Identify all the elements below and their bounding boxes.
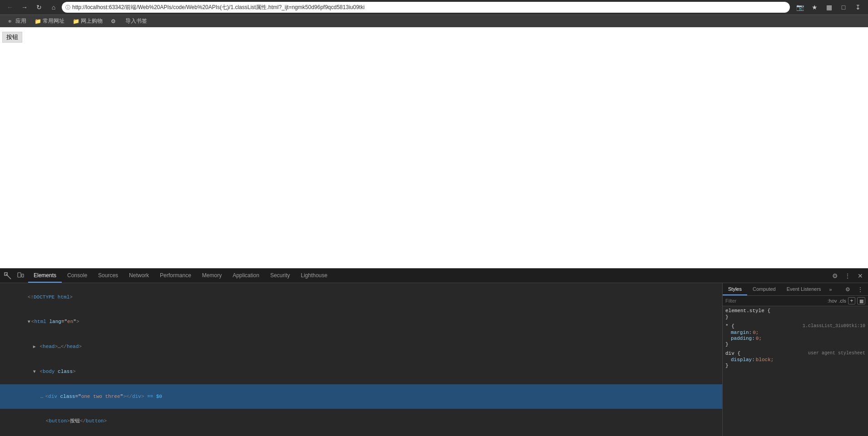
tab-lighthouse[interactable]: Lighthouse bbox=[295, 269, 333, 283]
bookmark-import[interactable]: 导入书签 bbox=[122, 16, 151, 26]
back-button[interactable]: ← bbox=[4, 1, 16, 14]
bookmark-apps-label: 应用 bbox=[15, 17, 26, 25]
css-prop-display[interactable]: display: block; bbox=[725, 357, 865, 363]
html-line-body[interactable]: ▼ <body class> bbox=[0, 359, 722, 384]
styles-tab-more[interactable]: » bbox=[827, 283, 835, 295]
styles-content: element.style { } * { 1.classList_3iu09t… bbox=[723, 306, 868, 436]
bookmark-apps[interactable]: ⧧ 应用 bbox=[4, 16, 30, 26]
bookmark-common-label: 常用网址 bbox=[43, 17, 64, 25]
screenshot-button[interactable]: 📷 bbox=[794, 1, 806, 14]
folder-icon-2: 📁 bbox=[73, 18, 79, 24]
bookmark-shopping-label: 网上购物 bbox=[81, 17, 103, 25]
css-block-div-ua: div { user agent stylesheet display: blo… bbox=[725, 351, 865, 368]
bookmarks-bar: ⧧ 应用 📁 常用网址 📁 网上购物 ⚙ 导入书签 bbox=[0, 15, 868, 27]
tab-network[interactable]: Network bbox=[124, 269, 154, 283]
devtools-body: <!DOCTYPE html> ▼<html lang="en"> ▶ <hea… bbox=[0, 283, 868, 436]
css-block-universal: * { 1.classList_3iu09tki:10 margin: 0; p… bbox=[725, 323, 865, 347]
gear-icon: ⚙ bbox=[111, 18, 117, 24]
html-line-script[interactable]: ▶ <script>…</script> bbox=[0, 433, 722, 436]
devtools-panel: Elements Console Sources Network Perform… bbox=[0, 268, 868, 436]
tab-elements[interactable]: Elements bbox=[28, 269, 62, 283]
new-rule-button[interactable]: + bbox=[848, 297, 855, 304]
css-source-universal: 1.classList_3iu09tki:10 bbox=[803, 323, 865, 328]
forward-button[interactable]: → bbox=[18, 1, 31, 14]
refresh-button[interactable]: ↻ bbox=[33, 1, 45, 14]
star-button[interactable]: ★ bbox=[808, 1, 821, 14]
extensions-button[interactable]: ▦ bbox=[823, 1, 835, 14]
styles-tabs: Styles Computed Event Listeners » ⚙ ⋮ bbox=[723, 283, 868, 296]
css-prop-margin[interactable]: margin: 0; bbox=[725, 330, 865, 335]
address-bar[interactable]: ⓘ http://localhost:63342/前端/Web%20APIs/c… bbox=[62, 2, 790, 13]
css-close-brace-1: } bbox=[725, 314, 865, 320]
tab-performance[interactable]: Performance bbox=[154, 269, 197, 283]
more-options-button[interactable]: ⋮ bbox=[842, 270, 853, 282]
page-content: 按钮 bbox=[0, 27, 868, 268]
styles-panel: Styles Computed Event Listeners » ⚙ ⋮ : bbox=[723, 283, 868, 436]
browser-chrome: ← → ↻ ⌂ ⓘ http://localhost:63342/前端/Web%… bbox=[0, 0, 868, 27]
html-line-div-selected[interactable]: …<div class="one two three"></div> == $0 bbox=[0, 384, 722, 409]
home-button[interactable]: ⌂ bbox=[47, 1, 60, 14]
title-bar: ← → ↻ ⌂ ⓘ http://localhost:63342/前端/Web%… bbox=[0, 0, 868, 15]
settings-devtools-button[interactable]: ⚙ bbox=[829, 270, 841, 282]
devtools-tabs: Elements Console Sources Network Perform… bbox=[28, 269, 827, 283]
styles-tab-styles[interactable]: Styles bbox=[723, 283, 747, 295]
cls-link[interactable]: .cls bbox=[839, 298, 847, 304]
styles-settings-button[interactable]: ⚙ bbox=[842, 284, 853, 295]
apps-icon: ⧧ bbox=[7, 18, 14, 24]
filter-input[interactable] bbox=[725, 298, 825, 304]
styles-right-icons: ⚙ ⋮ bbox=[840, 283, 868, 295]
layout-button[interactable]: ▦ bbox=[857, 297, 865, 304]
styles-tab-event-listeners[interactable]: Event Listeners bbox=[781, 283, 827, 295]
devtools-right-icons: ⚙ ⋮ ✕ bbox=[827, 270, 868, 282]
bookmark-shopping[interactable]: 📁 网上购物 bbox=[69, 16, 106, 26]
svg-rect-3 bbox=[22, 274, 24, 277]
filter-right: :hov .cls + ▦ bbox=[828, 297, 865, 304]
devtools-left-icons bbox=[0, 270, 28, 282]
css-selector-universal[interactable]: * { 1.classList_3iu09tki:10 bbox=[725, 323, 865, 329]
page-button[interactable]: 按钮 bbox=[2, 32, 22, 43]
svg-line-1 bbox=[6, 274, 11, 279]
resize-button[interactable]: □ bbox=[837, 1, 850, 14]
devtools-toolbar: Elements Console Sources Network Perform… bbox=[0, 269, 868, 283]
tab-application[interactable]: Application bbox=[227, 269, 265, 283]
url-text: http://localhost:63342/前端/Web%20APIs/cod… bbox=[72, 4, 786, 11]
html-line-html[interactable]: ▼<html lang="en"> bbox=[0, 309, 722, 334]
elements-panel: <!DOCTYPE html> ▼<html lang="en"> ▶ <hea… bbox=[0, 283, 723, 436]
hover-pseudo-link[interactable]: :hov bbox=[828, 298, 837, 304]
filter-bar: :hov .cls + ▦ bbox=[723, 296, 868, 306]
html-line-button[interactable]: <button>按钮</button> bbox=[0, 409, 722, 433]
lock-icon: ⓘ bbox=[65, 4, 70, 11]
styles-more-button[interactable]: ⋮ bbox=[854, 284, 866, 295]
folder-icon-1: 📁 bbox=[35, 18, 41, 24]
bookmark-settings[interactable]: ⚙ bbox=[107, 17, 121, 25]
download-button[interactable]: ↧ bbox=[852, 1, 864, 14]
html-line-doctype[interactable]: <!DOCTYPE html> bbox=[0, 285, 722, 309]
inspect-element-button[interactable] bbox=[2, 270, 14, 282]
css-selector-div[interactable]: div { user agent stylesheet bbox=[725, 351, 865, 356]
tab-memory[interactable]: Memory bbox=[197, 269, 227, 283]
html-line-head[interactable]: ▶ <head>…</head> bbox=[0, 334, 722, 359]
device-toolbar-button[interactable] bbox=[15, 270, 26, 282]
css-ua-source: user agent stylesheet bbox=[808, 351, 865, 356]
styles-tab-computed[interactable]: Computed bbox=[747, 283, 781, 295]
css-close-brace-3: } bbox=[725, 363, 865, 368]
tab-console[interactable]: Console bbox=[62, 269, 93, 283]
bookmark-common[interactable]: 📁 常用网址 bbox=[31, 16, 68, 26]
toolbar-right: 📷 ★ ▦ □ ↧ bbox=[794, 1, 864, 14]
svg-rect-2 bbox=[18, 273, 21, 277]
css-selector-element-style[interactable]: element.style { bbox=[725, 308, 865, 314]
css-prop-padding[interactable]: padding: 0; bbox=[725, 336, 865, 341]
css-block-element-style: element.style { } bbox=[725, 308, 865, 320]
bookmark-import-label: 导入书签 bbox=[125, 17, 147, 25]
tab-security[interactable]: Security bbox=[265, 269, 295, 283]
css-close-brace-2: } bbox=[725, 342, 865, 347]
close-devtools-button[interactable]: ✕ bbox=[854, 270, 866, 282]
tab-sources[interactable]: Sources bbox=[93, 269, 124, 283]
